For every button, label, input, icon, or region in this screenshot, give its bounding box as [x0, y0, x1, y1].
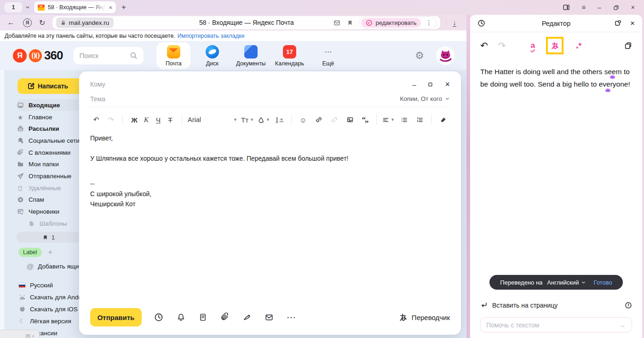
open-in-window-icon[interactable] [614, 20, 622, 27]
download-ios-link[interactable]: Скачать для iOS [18, 305, 78, 313]
compose-minimize-icon[interactable]: – [412, 81, 416, 88]
label-tag[interactable]: Label [18, 248, 42, 257]
font-select[interactable]: Arial ▼ [188, 116, 237, 123]
edit-more-icon[interactable]: ⋮ [426, 19, 435, 26]
spellcheck-tool-icon[interactable]: a [531, 41, 535, 50]
sidebar-item-spam[interactable]: Спам [17, 194, 44, 205]
undo-icon[interactable]: ↶ [90, 114, 102, 126]
panels-icon[interactable] [563, 4, 570, 11]
browser-tab[interactable]: 58 · Входящие — Яндек × [34, 1, 116, 13]
language-select[interactable]: Английский [547, 279, 586, 286]
done-button[interactable]: Готово [593, 279, 612, 286]
sidebar-item-important[interactable]: ★ Главное [17, 111, 52, 123]
tab-counter[interactable]: 1 [5, 2, 22, 12]
compose-close-icon[interactable]: × [445, 80, 450, 89]
download-android-link[interactable]: Скачать для Android [18, 293, 89, 301]
font-size-button[interactable]: Tт▼ [241, 114, 254, 126]
translated-text[interactable]: The Hatter is doing well and the others … [480, 65, 632, 90]
minimize-icon[interactable]: – [598, 4, 601, 11]
app-calendar[interactable]: 17 Календарь [272, 42, 306, 69]
copy-icon[interactable] [624, 42, 632, 50]
editor-redo-icon[interactable]: ↷ [498, 40, 506, 51]
attach-paperclip-icon[interactable] [220, 312, 230, 322]
send-button[interactable]: Отправить [90, 308, 142, 326]
sidebar-item-my-folders[interactable]: Мои папки [17, 158, 59, 170]
search-box[interactable] [74, 47, 144, 64]
compose-button[interactable]: Написать [17, 78, 86, 94]
sidebar-item-inbox[interactable]: Входящие [17, 99, 60, 111]
sidebar-item-attachments[interactable]: С вложениями [17, 147, 70, 158]
bookmark-icon[interactable] [347, 19, 353, 26]
strikethrough-button[interactable]: Т [164, 114, 176, 126]
notes-icon[interactable] [198, 312, 208, 322]
text-color-button[interactable]: I▼ [274, 114, 286, 126]
bullet-list-icon[interactable] [398, 114, 410, 126]
cc-from-toggle[interactable]: Копии, От кого [400, 95, 450, 102]
app-disk[interactable]: Диск [195, 42, 229, 69]
emoji-icon[interactable]: ☺ [297, 114, 309, 126]
prompt-box[interactable]: → [480, 317, 632, 332]
italic-button[interactable]: К [140, 114, 152, 126]
yandex-protect-icon[interactable]: Я [23, 18, 32, 27]
language-link[interactable]: Русский [18, 281, 53, 289]
history-clock-icon[interactable] [477, 19, 485, 27]
download-icon[interactable]: ↓ [453, 19, 456, 27]
link-icon[interactable] [313, 114, 325, 126]
light-version-link[interactable]: ☾ Лёгкая версия [18, 317, 71, 325]
new-tab-button[interactable]: + [121, 3, 126, 12]
reminder-bell-icon[interactable] [176, 312, 186, 322]
mail-envelope-icon[interactable] [333, 19, 341, 26]
tabs-chevron-down-icon[interactable] [25, 5, 30, 10]
user-avatar[interactable] [436, 47, 454, 65]
import-bookmarks-link[interactable]: Импортировать закладки [178, 33, 245, 39]
sidebar-item-trash[interactable]: Удалённые [17, 182, 61, 194]
bold-button[interactable]: Ж [128, 114, 140, 126]
message-body[interactable]: Привет, У Шляпника все хорошо у остальны… [90, 133, 450, 209]
menu-icon[interactable]: ≡ [582, 4, 586, 11]
close-window-icon[interactable]: × [631, 4, 635, 11]
to-field[interactable]: Кому [90, 81, 105, 88]
tab-close-icon[interactable]: × [109, 4, 112, 11]
sidebar-item-newsletters[interactable]: Рассылки [17, 123, 59, 134]
app-documents[interactable]: Документы [234, 42, 268, 69]
insert-image-icon[interactable] [344, 114, 356, 126]
sidebar-item-drafts[interactable]: Черновики [17, 206, 59, 217]
app-more[interactable]: ⋯ Ещё [311, 42, 345, 69]
restore-icon[interactable] [613, 5, 619, 11]
sidebar-item-social[interactable]: Социальные сети [17, 135, 80, 146]
info-icon[interactable] [625, 302, 632, 309]
more-options-icon[interactable]: ⋯ [286, 312, 296, 322]
add-mailbox[interactable]: @ Добавить ящик [27, 262, 82, 270]
translator-toggle[interactable]: Переводчик [399, 313, 450, 322]
url-field[interactable]: mail.yandex.ru 58 · Входящие — Яндекс По… [52, 16, 440, 29]
yandex-360-logo[interactable]: Я 360 [13, 48, 63, 63]
settings-gear-icon[interactable]: ⚙ [415, 50, 424, 62]
panel-divider[interactable] [466, 15, 470, 338]
editor-undo-icon[interactable]: ↶ [480, 40, 488, 51]
compose-maximize-icon[interactable] [428, 82, 433, 87]
quote-button[interactable]: “„ [359, 114, 371, 126]
align-button[interactable]: ▼ [382, 114, 395, 126]
submit-arrow-icon[interactable]: → [619, 321, 626, 329]
highlight-color-button[interactable]: ▼ [258, 114, 270, 126]
underline-button[interactable]: Ч [152, 114, 164, 126]
sidebar-item-templates[interactable]: Шаблоны [28, 218, 67, 229]
pen-signature-icon[interactable] [242, 312, 252, 322]
eraser-icon[interactable] [437, 114, 449, 126]
prompt-input[interactable] [486, 321, 619, 329]
refresh-icon[interactable]: ↻ [39, 18, 45, 27]
envelope-icon[interactable] [264, 312, 274, 322]
pinned-filter[interactable]: 1 [17, 232, 81, 243]
sidebar-item-sent[interactable]: Отправленные [17, 170, 71, 182]
unlink-icon[interactable] [328, 114, 340, 126]
translate-tool-highlight[interactable] [546, 37, 564, 54]
redo-icon[interactable]: ↷ [105, 114, 117, 126]
close-panel-icon[interactable]: × [630, 19, 635, 28]
schedule-clock-icon[interactable] [154, 312, 164, 322]
back-icon[interactable]: ← [7, 18, 15, 27]
search-input[interactable] [79, 52, 130, 59]
ai-sparkles-icon[interactable] [575, 41, 583, 50]
add-label-icon[interactable]: + [48, 248, 52, 256]
insert-on-page[interactable]: Вставить на страницу [480, 300, 632, 311]
app-mail[interactable]: Почта [156, 42, 190, 69]
